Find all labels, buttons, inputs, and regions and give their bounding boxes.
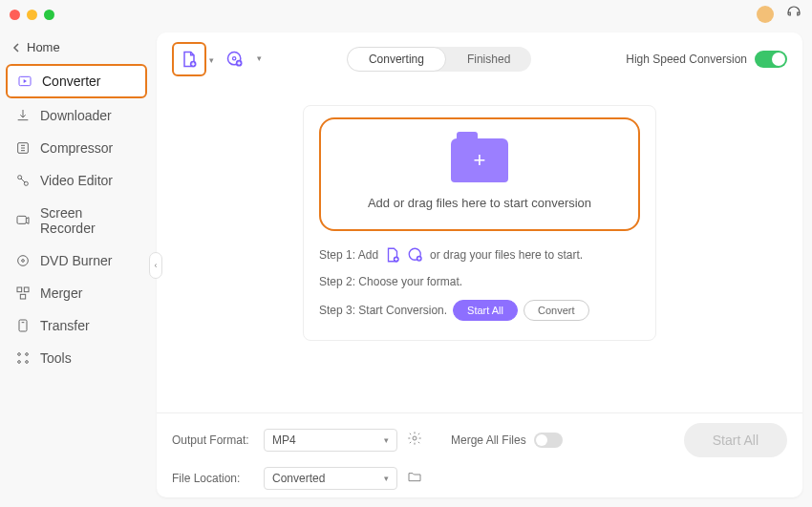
support-icon[interactable] (785, 4, 802, 25)
sidebar-item-converter[interactable]: Converter (6, 64, 147, 98)
sidebar-item-screen-recorder[interactable]: Screen Recorder (6, 198, 147, 243)
svg-point-6 (22, 260, 25, 263)
home-label: Home (27, 40, 60, 54)
merge-toggle[interactable] (534, 433, 563, 448)
svg-point-14 (26, 361, 29, 364)
user-avatar-icon[interactable] (757, 6, 774, 23)
content-area: + Add or drag files here to start conver… (157, 86, 802, 412)
steps-list: Step 1: Add or drag your files here to s… (319, 246, 640, 321)
file-plus-icon (180, 50, 199, 69)
sidebar-item-dvd-burner[interactable]: DVD Burner (6, 245, 147, 276)
step-2: Step 2: Choose your format. (319, 275, 640, 288)
svg-point-5 (18, 256, 29, 266)
dropzone-text: Add or drag files here to start conversi… (368, 196, 591, 210)
disc-plus-icon (225, 50, 245, 69)
tools-icon (15, 350, 31, 366)
titlebar (0, 0, 812, 29)
high-speed-toggle[interactable] (755, 51, 787, 68)
svg-point-17 (233, 57, 236, 60)
dropzone[interactable]: + Add or drag files here to start conver… (319, 117, 640, 231)
disc-plus-icon (407, 246, 424, 264)
video-editor-icon (15, 173, 31, 188)
file-plus-icon (384, 246, 401, 264)
tab-control: Converting Finished (347, 47, 531, 72)
sidebar-item-merger[interactable]: Merger (6, 278, 147, 308)
svg-rect-4 (17, 216, 26, 223)
sidebar-item-label: Compressor (40, 140, 113, 156)
step-2-text: Step 2: Choose your format. (319, 275, 462, 288)
chevron-down-icon: ▾ (384, 435, 389, 445)
step-3: Step 3: Start Conversion. Start All Conv… (319, 300, 640, 321)
chevron-down-icon: ▾ (209, 55, 214, 65)
sidebar-item-label: Merger (40, 285, 82, 301)
folder-plus-icon: + (451, 138, 508, 182)
sidebar-item-label: Video Editor (40, 173, 113, 188)
step-1-text-b: or drag your files here to start. (430, 248, 583, 262)
sidebar-item-label: Screen Recorder (40, 205, 138, 236)
tab-finished[interactable]: Finished (446, 47, 531, 72)
sidebar-item-label: Tools (40, 350, 72, 366)
toolbar: ▾ ▾ Converting Finished High Speed Conve… (157, 32, 802, 86)
dvd-burner-icon (15, 253, 31, 268)
transfer-icon (15, 318, 31, 333)
sidebar-item-downloader[interactable]: Downloader (6, 100, 147, 131)
svg-rect-9 (20, 294, 25, 299)
high-speed-label: High Speed Conversion (626, 53, 747, 66)
add-file-button[interactable]: ▾ (172, 42, 206, 76)
sidebar: Home Converter Downloader Compressor Vid… (0, 29, 153, 507)
chevron-down-icon: ▾ (384, 474, 389, 483)
svg-rect-10 (19, 320, 27, 331)
folder-icon[interactable] (407, 469, 422, 488)
output-format-value: MP4 (272, 433, 296, 447)
sidebar-item-label: Transfer (40, 318, 90, 333)
converter-icon (17, 74, 32, 89)
sidebar-item-label: Downloader (40, 108, 112, 123)
start-all-button[interactable]: Start All (684, 423, 787, 457)
step-1: Step 1: Add or drag your files here to s… (319, 246, 640, 264)
compressor-icon (15, 140, 31, 156)
dropzone-container: + Add or drag files here to start conver… (303, 105, 656, 341)
sidebar-item-label: DVD Burner (40, 253, 112, 268)
sidebar-item-video-editor[interactable]: Video Editor (6, 165, 147, 196)
settings-icon[interactable] (407, 431, 422, 450)
tab-converting[interactable]: Converting (347, 47, 446, 72)
svg-rect-8 (24, 287, 29, 292)
start-all-pill-button[interactable]: Start All (453, 300, 518, 321)
step-1-text-a: Step 1: Add (319, 248, 378, 262)
svg-rect-7 (17, 287, 22, 292)
sidebar-item-transfer[interactable]: Transfer (6, 310, 147, 341)
sidebar-collapse-button[interactable]: ‹ (149, 252, 162, 279)
sidebar-item-tools[interactable]: Tools (6, 343, 147, 373)
main-panel: ‹ ▾ ▾ Converting Finished High Speed Con… (157, 32, 802, 497)
output-format-select[interactable]: MP4 ▾ (264, 429, 397, 452)
file-location-label: File Location: (172, 472, 254, 485)
output-format-label: Output Format: (172, 433, 254, 447)
svg-point-13 (18, 361, 21, 364)
downloader-icon (15, 108, 31, 123)
sidebar-item-compressor[interactable]: Compressor (6, 133, 147, 163)
chevron-down-icon: ▾ (257, 53, 262, 63)
sidebar-item-label: Converter (42, 74, 100, 89)
file-location-select[interactable]: Converted ▾ (264, 467, 397, 490)
screen-recorder-icon (15, 213, 31, 228)
minimize-window-button[interactable] (27, 10, 37, 20)
footer: Output Format: MP4 ▾ Merge All Files Sta… (157, 412, 802, 497)
home-link[interactable]: Home (6, 36, 147, 58)
file-location-value: Converted (272, 472, 325, 485)
step-3-text: Step 3: Start Conversion. (319, 304, 447, 317)
add-disc-button[interactable]: ▾ (218, 42, 252, 76)
svg-point-11 (18, 353, 21, 356)
window-controls (10, 10, 54, 20)
svg-point-12 (26, 353, 29, 356)
maximize-window-button[interactable] (44, 10, 54, 20)
convert-pill-button[interactable]: Convert (524, 300, 589, 321)
svg-point-22 (413, 436, 417, 440)
merger-icon (15, 285, 31, 301)
merge-label: Merge All Files (451, 433, 526, 447)
close-window-button[interactable] (10, 10, 20, 20)
